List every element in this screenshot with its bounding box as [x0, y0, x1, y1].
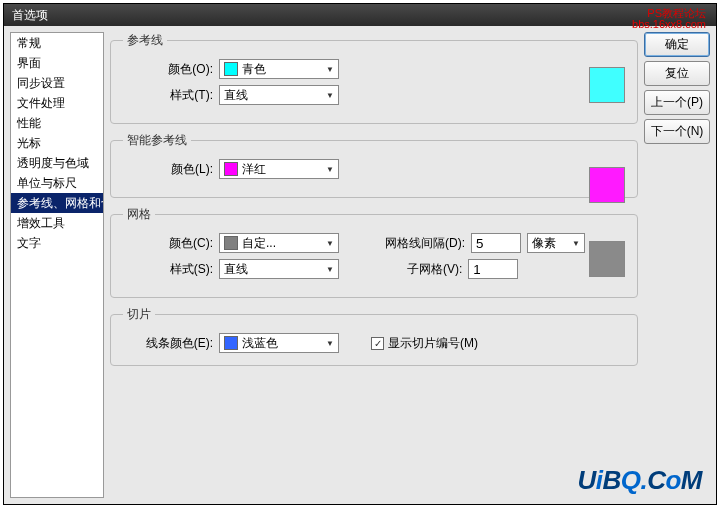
guides-style-dropdown[interactable]: 直线 ▼ — [219, 85, 339, 105]
sidebar-item[interactable]: 文件处理 — [11, 93, 103, 113]
chevron-down-icon: ▼ — [326, 239, 334, 248]
sidebar-item[interactable]: 常规 — [11, 33, 103, 53]
sidebar-item[interactable]: 界面 — [11, 53, 103, 73]
next-button[interactable]: 下一个(N) — [644, 119, 710, 144]
grid-gap-label: 网格线间隔(D): — [385, 235, 465, 252]
grid-sub-label: 子网格(V): — [407, 261, 462, 278]
category-sidebar: 常规界面同步设置文件处理性能光标透明度与色域单位与标尺参考线、网格和切片增效工具… — [10, 32, 104, 498]
grid-color-label: 颜色(C): — [123, 235, 213, 252]
grid-group: 网格 颜色(C): 自定... ▼ 网格线间隔(D): 像素 — [110, 206, 638, 298]
slices-color-swatch-icon — [224, 336, 238, 350]
chevron-down-icon: ▼ — [326, 65, 334, 74]
reset-button[interactable]: 复位 — [644, 61, 710, 86]
window-titlebar: 首选项 — [4, 4, 716, 26]
chevron-down-icon: ▼ — [326, 339, 334, 348]
sidebar-item[interactable]: 透明度与色域 — [11, 153, 103, 173]
prev-button[interactable]: 上一个(P) — [644, 90, 710, 115]
sidebar-item[interactable]: 参考线、网格和切片 — [11, 193, 103, 213]
window-title: 首选项 — [12, 8, 48, 22]
ok-button[interactable]: 确定 — [644, 32, 710, 57]
guides-color-dropdown[interactable]: 青色 ▼ — [219, 59, 339, 79]
smart-guides-group: 智能参考线 颜色(L): 洋红 ▼ — [110, 132, 638, 198]
grid-gap-unit-dropdown[interactable]: 像素 ▼ — [527, 233, 585, 253]
chevron-down-icon: ▼ — [572, 239, 580, 248]
logo: UiBQ.CoM — [577, 465, 702, 496]
guides-color-label: 颜色(O): — [123, 61, 213, 78]
grid-style-label: 样式(S): — [123, 261, 213, 278]
sidebar-item[interactable]: 增效工具 — [11, 213, 103, 233]
smart-color-dropdown[interactable]: 洋红 ▼ — [219, 159, 339, 179]
checkbox-icon: ✓ — [371, 337, 384, 350]
grid-legend: 网格 — [123, 206, 155, 223]
chevron-down-icon: ▼ — [326, 265, 334, 274]
smart-color-swatch-icon — [224, 162, 238, 176]
sidebar-item[interactable]: 同步设置 — [11, 73, 103, 93]
grid-gap-input[interactable] — [471, 233, 521, 253]
sidebar-item[interactable]: 光标 — [11, 133, 103, 153]
guides-legend: 参考线 — [123, 32, 167, 49]
slices-group: 切片 线条颜色(E): 浅蓝色 ▼ ✓ 显示切片编号(M) — [110, 306, 638, 366]
slices-legend: 切片 — [123, 306, 155, 323]
smart-legend: 智能参考线 — [123, 132, 191, 149]
grid-swatch[interactable] — [589, 241, 625, 277]
grid-color-swatch-icon — [224, 236, 238, 250]
watermark: PS教程论坛 bbs.16xx8.com — [632, 8, 706, 30]
smart-color-label: 颜色(L): — [123, 161, 213, 178]
sidebar-item[interactable]: 文字 — [11, 233, 103, 253]
grid-sub-input[interactable] — [468, 259, 518, 279]
smart-swatch[interactable] — [589, 167, 625, 203]
sidebar-item[interactable]: 性能 — [11, 113, 103, 133]
guides-group: 参考线 颜色(O): 青色 ▼ 样式(T): 直线 ▼ — [110, 32, 638, 124]
sidebar-item[interactable]: 单位与标尺 — [11, 173, 103, 193]
guides-color-swatch-icon — [224, 62, 238, 76]
show-slice-numbers-checkbox[interactable]: ✓ 显示切片编号(M) — [371, 335, 478, 352]
guides-style-label: 样式(T): — [123, 87, 213, 104]
chevron-down-icon: ▼ — [326, 91, 334, 100]
grid-color-dropdown[interactable]: 自定... ▼ — [219, 233, 339, 253]
slices-color-dropdown[interactable]: 浅蓝色 ▼ — [219, 333, 339, 353]
guides-swatch[interactable] — [589, 67, 625, 103]
grid-style-dropdown[interactable]: 直线 ▼ — [219, 259, 339, 279]
slices-color-label: 线条颜色(E): — [123, 335, 213, 352]
chevron-down-icon: ▼ — [326, 165, 334, 174]
